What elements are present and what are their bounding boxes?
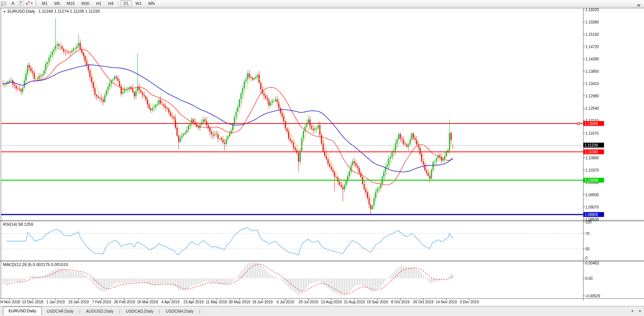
tab-scroll-left-icon[interactable]: ◄ (631, 309, 634, 313)
tab-separator: | (78, 309, 81, 315)
price-chart-canvas[interactable] (0, 0, 644, 316)
timeframe-button-m30[interactable]: M30 (78, 0, 92, 6)
toolbar-separator (118, 1, 119, 6)
chart-tab-usdcad[interactable]: USDCAD,Daily (121, 307, 158, 315)
tab-scroll-buttons: ◄ ► (631, 309, 642, 313)
timeframe-button-d1[interactable]: D1 (121, 0, 132, 6)
chart-tab-usdchf[interactable]: USDCHF,Daily (42, 307, 78, 315)
chart-tab-usdcnh[interactable]: USDCNH,Daily (161, 307, 199, 315)
tab-separator: | (118, 309, 121, 315)
text-object-tool-button[interactable]: T (18, 0, 24, 6)
chart-tab-audusd[interactable]: AUDUSD,Daily (81, 307, 118, 315)
timeframe-button-h4[interactable]: H4 (105, 0, 116, 6)
timeframe-button-m5[interactable]: M5 (51, 0, 63, 6)
toolbar-separator (35, 1, 36, 6)
timeframe-button-m15[interactable]: M15 (64, 0, 78, 6)
chart-tab-eurusd[interactable]: EURUSD,Daily (3, 307, 42, 315)
tab-separator: | (198, 309, 201, 315)
text-label-tool-button[interactable]: A (10, 0, 16, 6)
tab-separator: | (158, 309, 161, 315)
mt4-terminal: { "toolbar": { "grip_label": "F", "text_… (0, 0, 644, 316)
chart-tabs: EURUSD,DailyUSDCHF,Daily|AUDUSD,Daily|US… (0, 307, 201, 315)
timeframe-button-mn[interactable]: MN (145, 0, 158, 6)
chart-tab-bar: EURUSD,DailyUSDCHF,Daily|AUDUSD,Daily|US… (0, 306, 644, 315)
toolbar-grip[interactable]: F (1, 1, 7, 5)
timeframe-button-w1[interactable]: W1 (133, 0, 145, 6)
top-toolbar: F A T ▾ M1M5M15M30H1H4D1W1MN (0, 0, 644, 7)
timeframe-group: M1M5M15M30H1H4D1W1MN (38, 0, 158, 6)
tab-scroll-right-icon[interactable]: ► (639, 309, 642, 313)
chart-shift-marker-icon[interactable] (637, 4, 641, 7)
timeframe-button-m1[interactable]: M1 (39, 0, 50, 6)
arrows-tool-icon (25, 1, 30, 6)
chevron-down-icon: ▾ (31, 1, 32, 5)
toolbar-grip-label: F (1, 4, 3, 7)
timeframe-button-h1[interactable]: H1 (93, 0, 104, 6)
arrows-tool-button[interactable]: ▾ (25, 0, 32, 6)
